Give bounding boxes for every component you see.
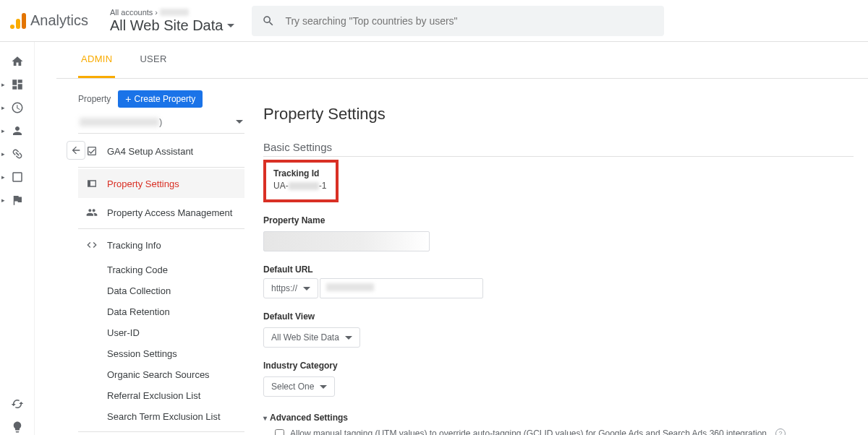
search-bar[interactable]: [252, 6, 664, 36]
url-scheme-select[interactable]: https://: [263, 278, 318, 298]
rail-discover[interactable]: [3, 416, 32, 435]
help-icon[interactable]: ?: [775, 428, 786, 435]
default-view-select[interactable]: All Web Site Data: [263, 327, 360, 348]
search-input[interactable]: [285, 15, 654, 27]
property-name-input[interactable]: [263, 231, 430, 251]
property-selector[interactable]: ): [78, 113, 244, 134]
default-url-label: Default URL: [263, 264, 854, 275]
create-property-button[interactable]: + Create Property: [118, 90, 203, 108]
create-property-label: Create Property: [135, 94, 196, 104]
rail-acquisition[interactable]: [3, 143, 32, 165]
nav-tracking-code[interactable]: Tracking Code: [78, 259, 244, 280]
back-button[interactable]: [67, 141, 85, 160]
caret-down-icon: [303, 287, 310, 290]
tab-admin[interactable]: ADMIN: [78, 42, 115, 78]
plus-icon: +: [125, 94, 131, 104]
tracking-id-label: Tracking Id: [273, 168, 328, 178]
default-url-input[interactable]: [320, 278, 483, 298]
nav-property-access[interactable]: Property Access Management: [78, 198, 244, 227]
nav-user-id[interactable]: User-ID: [78, 322, 244, 343]
nav-property-settings[interactable]: Property Settings: [78, 169, 244, 198]
manual-tagging-label: Allow manual tagging (UTM values) to ove…: [290, 428, 767, 435]
logo[interactable]: Analytics: [9, 12, 88, 30]
property-label: Property: [78, 94, 111, 104]
rail-behavior[interactable]: [3, 166, 32, 188]
caret-down-icon: ▾: [263, 414, 267, 422]
tracking-id-redacted: [289, 182, 319, 190]
advanced-settings-toggle[interactable]: ▾ Advanced Settings: [263, 413, 854, 423]
rail-audience[interactable]: [3, 120, 32, 142]
property-nav: GA4 Setup Assistant Property Settings Pr…: [78, 137, 244, 435]
nav-tracking-label: Tracking Info: [107, 240, 161, 251]
tracking-id-highlight: Tracking Id UA--1: [263, 160, 339, 202]
analytics-logo-icon: [9, 12, 27, 30]
industry-label: Industry Category: [263, 361, 854, 371]
header: Analytics All accounts › All Web Site Da…: [0, 0, 868, 42]
product-name: Analytics: [30, 12, 88, 29]
industry-select[interactable]: Select One: [263, 376, 335, 397]
nav-ga4-setup[interactable]: GA4 Setup Assistant: [78, 137, 244, 165]
main-panel: Property Settings Basic Settings Trackin…: [244, 90, 868, 435]
url-redacted: [326, 283, 374, 291]
property-name-label: Property Name: [263, 215, 854, 225]
nav-access-label: Property Access Management: [107, 207, 232, 218]
tracking-id-value: UA--1: [273, 181, 328, 191]
nav-data-retention[interactable]: Data Retention: [78, 301, 244, 322]
basic-settings-header: Basic Settings: [263, 141, 854, 157]
nav-tracking-info[interactable]: Tracking Info: [78, 231, 244, 259]
people-icon: [85, 207, 98, 218]
search-icon: [262, 14, 275, 27]
tracking-submenu: Tracking Code Data Collection Data Reten…: [78, 259, 244, 432]
breadcrumb-sep-icon: ›: [155, 8, 158, 17]
nav-settings-label: Property Settings: [107, 178, 179, 189]
breadcrumb-root: All accounts: [110, 8, 153, 17]
property-column: Property + Create Property ) GA4 Setup A…: [78, 90, 244, 435]
default-view-label: Default View: [263, 311, 854, 322]
view-name: All Web Site Data: [110, 17, 223, 34]
rail-home[interactable]: [3, 51, 32, 72]
admin-tabs: ADMIN USER: [56, 42, 868, 79]
rail-reports[interactable]: [3, 74, 32, 95]
left-rail: [0, 42, 35, 435]
rail-realtime[interactable]: [3, 97, 32, 119]
nav-session-settings[interactable]: Session Settings: [78, 343, 244, 364]
caret-down-icon: [320, 385, 327, 389]
caret-down-icon: [236, 120, 243, 124]
nav-ga4-label: GA4 Setup Assistant: [107, 146, 193, 157]
nav-searchterm-exclusion[interactable]: Search Term Exclusion List: [78, 406, 244, 427]
check-square-icon: [85, 145, 98, 157]
property-name-redacted: [80, 118, 159, 126]
account-selector[interactable]: All accounts › All Web Site Data: [110, 8, 234, 34]
caret-down-icon: [227, 24, 234, 27]
nav-data-collection[interactable]: Data Collection: [78, 280, 244, 301]
code-icon: [85, 239, 98, 251]
nav-organic-sources[interactable]: Organic Search Sources: [78, 364, 244, 385]
advanced-label: Advanced Settings: [270, 413, 348, 423]
layout-icon: [85, 178, 98, 189]
manual-tagging-checkbox[interactable]: [275, 429, 284, 436]
page-title: Property Settings: [263, 105, 854, 124]
rail-attribution[interactable]: [3, 393, 32, 415]
tab-user[interactable]: USER: [137, 42, 169, 78]
breadcrumb-account-redacted: [160, 9, 189, 16]
nav-referral-exclusion[interactable]: Referral Exclusion List: [78, 385, 244, 406]
rail-conversions[interactable]: [3, 189, 32, 211]
caret-down-icon: [345, 336, 352, 340]
